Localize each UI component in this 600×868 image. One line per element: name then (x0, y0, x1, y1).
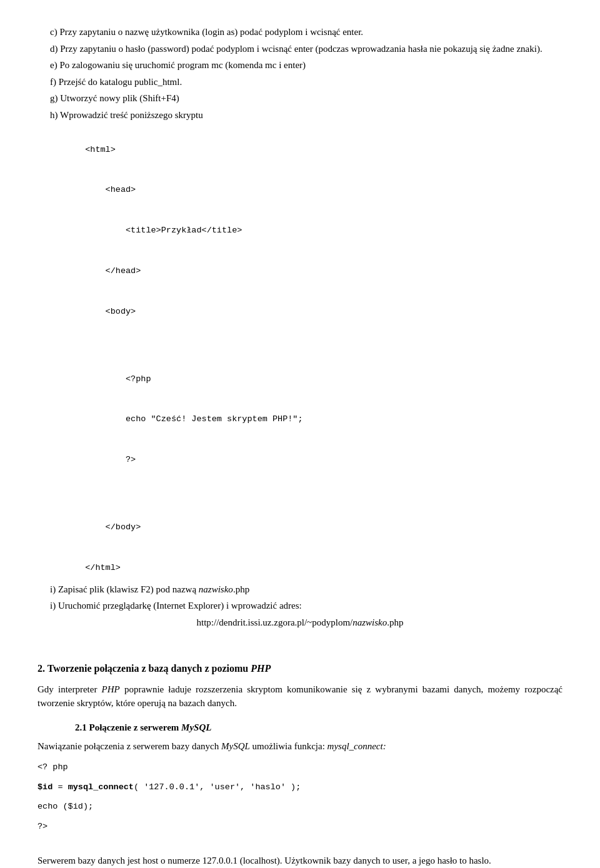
item-g: g) Utworzyć nowy plik (Shift+F4) (50, 91, 562, 106)
item-c: c) Przy zapytaniu o nazwę użytkownika (l… (50, 25, 562, 39)
php-code-block: <? php $id = mysql_connect( '127.0.0.1',… (38, 759, 562, 835)
subsection21-heading: 2.1 Połączenie z serwerem MySQL (75, 721, 562, 735)
php-open-line: <? php (38, 759, 562, 775)
item-e: e) Po zalogowaniu się uruchomić program … (50, 58, 562, 72)
code-line-html-close: </html> (85, 563, 121, 572)
code-line-php-close: ?> (85, 455, 136, 464)
php-close-line: ?> (38, 818, 562, 834)
item-url: http://dendrit.issi.uz.zgora.pl/~podyplo… (38, 616, 562, 630)
section2-heading: 2. Tworzenie połączenia z bazą danych z … (38, 661, 562, 676)
html-code-block: <html> <head> <title>Przykład</title> </… (75, 129, 562, 575)
item-f: f) Przejść do katalogu public_html. (50, 75, 562, 89)
code-line-php-open: <?php (85, 374, 151, 384)
item-i2: i) Uruchomić przeglądarkę (Internet Expl… (50, 599, 562, 613)
php-id-line: $id = mysql_connect( '127.0.0.1', 'user'… (38, 779, 562, 795)
code-line-echo: echo "Cześć! Jestem skryptem PHP!"; (85, 414, 302, 424)
item-d: d) Przy zapytaniu o hasło (password) pod… (50, 42, 562, 56)
code-line-body-close: </body> (85, 522, 141, 532)
nawiazanie-para: Nawiązanie połączenia z serwerem bazy da… (38, 739, 562, 754)
section2-para: Gdy interpreter PHP poprawnie ładuje roz… (38, 682, 562, 711)
code-line-head-open: <head> (85, 185, 136, 194)
serwerem-para: Serwerem bazy danych jest host o numerze… (38, 854, 562, 868)
item-i1: i) Zapisać plik (klawisz F2) pod nazwą n… (50, 582, 562, 597)
item-h: h) Wprowadzić treść poniższego skryptu (50, 108, 562, 122)
php-echo-line: echo ($id); (38, 798, 562, 814)
code-line-head-close: </head> (85, 266, 141, 276)
code-line-html-open: <html> (85, 145, 116, 154)
code-line-title: <title>Przykład</title> (85, 226, 242, 235)
code-line-body-open: <body> (85, 307, 136, 316)
